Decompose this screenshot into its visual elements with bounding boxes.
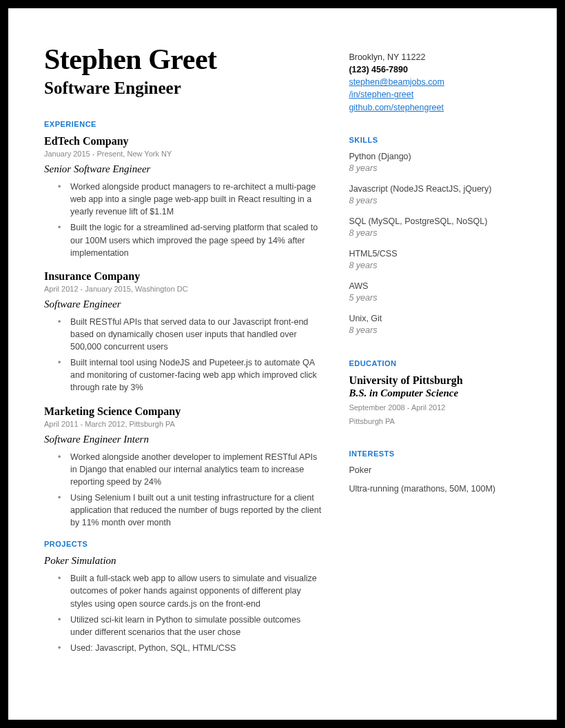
contact-email[interactable]: stephen@beamjobs.com: [349, 76, 528, 88]
skill-name: SQL (MySQL, PostgreSQL, NoSQL): [349, 216, 528, 228]
company-name: Insurance Company: [44, 270, 321, 283]
interests-heading: INTERESTS: [349, 449, 528, 458]
education-school: University of Pittsburgh: [349, 374, 528, 387]
bullet-item: Using Selenium I built out a unit testin…: [61, 492, 321, 529]
interest-item: Ultra-running (marathons, 50M, 100M): [349, 483, 528, 495]
title-heading: Software Engineer: [44, 79, 321, 98]
skill-item: Javascript (NodeJS ReactJS, jQuery) 8 ye…: [349, 183, 528, 208]
education-dates: September 2008 - April 2012: [349, 402, 528, 414]
skill-years: 5 years: [349, 292, 528, 305]
skill-item: Unix, Git 8 years: [349, 313, 528, 337]
bullet-list: Built RESTful APIs that served data to o…: [44, 316, 321, 394]
job-role: Software Engineer Intern: [44, 434, 321, 445]
bullet-item: Used: Javascript, Python, SQL, HTML/CSS: [61, 642, 321, 654]
skill-name: Unix, Git: [349, 313, 528, 325]
education-location: Pittsburgh PA: [349, 416, 528, 427]
skill-years: 8 years: [349, 195, 528, 208]
contact-phone: (123) 456-7890: [349, 63, 528, 76]
experience-heading: EXPERIENCE: [44, 120, 321, 128]
bullet-list: Worked alongside product managers to re-…: [44, 181, 321, 259]
job-role: Senior Software Engineer: [44, 163, 321, 175]
skill-name: HTML5/CSS: [349, 248, 528, 261]
company-name: Marketing Science Company: [44, 405, 321, 418]
skill-years: 8 years: [349, 260, 528, 272]
contact-github[interactable]: github.com/stephengreet: [349, 101, 528, 114]
bullet-item: Worked alongside another developer to im…: [61, 451, 321, 488]
job-role: Software Engineer: [44, 299, 321, 310]
bullet-item: Utilized sci-kit learn in Python to simu…: [61, 614, 321, 638]
education-degree: B.S. in Computer Science: [349, 387, 528, 399]
skill-years: 8 years: [349, 228, 528, 240]
skill-name: Python (Django): [349, 151, 528, 163]
job-block: Marketing Science Company April 2011 - M…: [44, 405, 321, 529]
job-meta: April 2012 - January 2015, Washington DC: [44, 285, 321, 293]
projects-heading: PROJECTS: [44, 540, 321, 548]
bullet-item: Built RESTful APIs that served data to o…: [61, 316, 321, 353]
job-block: EdTech Company January 2015 - Present, N…: [44, 135, 321, 259]
resume-page: Stephen Greet Software Engineer EXPERIEN…: [8, 8, 557, 720]
skill-item: HTML5/CSS 8 years: [349, 248, 528, 272]
project-name: Poker Simulation: [44, 555, 321, 567]
job-block: Insurance Company April 2012 - January 2…: [44, 270, 321, 394]
bullet-list: Worked alongside another developer to im…: [44, 451, 321, 529]
skill-name: Javascript (NodeJS ReactJS, jQuery): [349, 183, 528, 196]
bullet-item: Built the logic for a streamlined ad-ser…: [61, 221, 321, 259]
skill-name: AWS: [349, 281, 528, 293]
bullet-item: Worked alongside product managers to re-…: [61, 181, 321, 218]
left-column: Stephen Greet Software Engineer EXPERIEN…: [44, 44, 321, 691]
skill-years: 8 years: [349, 163, 528, 175]
skill-item: Python (Django) 8 years: [349, 151, 528, 175]
interest-item: Poker: [349, 465, 528, 476]
skills-heading: SKILLS: [349, 136, 528, 144]
right-column: Brooklyn, NY 11222 (123) 456-7890 stephe…: [349, 44, 528, 691]
job-meta: April 2011 - March 2012, Pittsburgh PA: [44, 420, 321, 428]
job-meta: January 2015 - Present, New York NY: [44, 150, 321, 158]
bullet-item: Built a full-stack web app to allow user…: [61, 572, 321, 609]
contact-linkedin[interactable]: /in/stephen-greet: [349, 88, 528, 101]
skill-years: 8 years: [349, 325, 528, 337]
company-name: EdTech Company: [44, 135, 321, 148]
bullet-list: Built a full-stack web app to allow user…: [44, 572, 321, 654]
bullet-item: Built internal tool using NodeJS and Pup…: [61, 356, 321, 394]
skill-item: SQL (MySQL, PostgreSQL, NoSQL) 8 years: [349, 216, 528, 240]
contact-location: Brooklyn, NY 11222: [349, 51, 528, 63]
name-heading: Stephen Greet: [44, 44, 321, 74]
education-heading: EDUCATION: [349, 359, 528, 367]
skill-item: AWS 5 years: [349, 281, 528, 305]
